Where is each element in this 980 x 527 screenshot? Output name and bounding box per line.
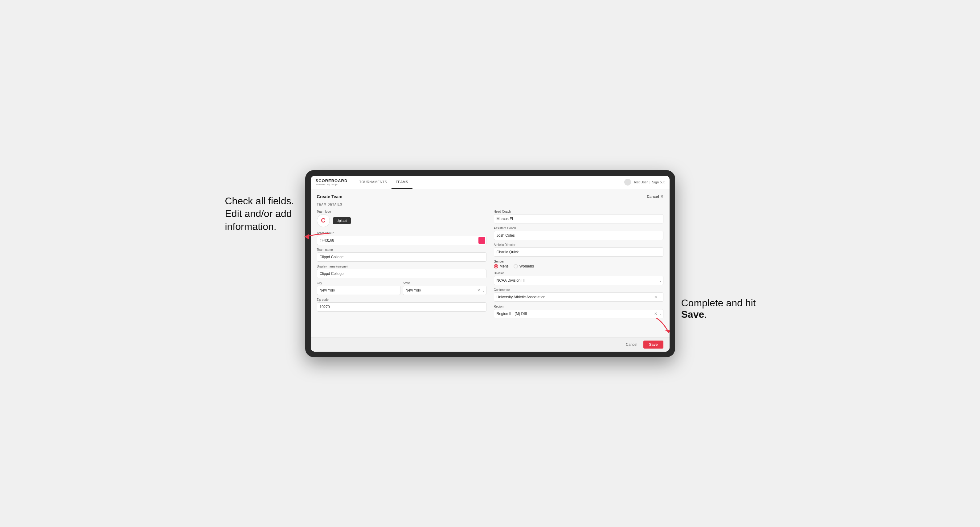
footer-cancel-button[interactable]: Cancel	[623, 341, 640, 349]
svg-marker-1	[665, 330, 670, 333]
division-field: Division NCAA Division III ⌄	[494, 271, 663, 285]
team-colour-label: Team colour	[317, 232, 487, 235]
app-header: SCOREBOARD Powered by clippd TOURNAMENTS…	[311, 176, 670, 189]
region-label: Region	[494, 305, 663, 308]
team-name-input[interactable]	[317, 252, 487, 262]
gender-womens-radio[interactable]	[514, 264, 518, 268]
assistant-coach-label: Assistant Coach	[494, 227, 663, 230]
cancel-x-link[interactable]: Cancel ✕	[647, 194, 663, 199]
sign-out-link[interactable]: Sign out	[652, 180, 664, 184]
team-logo-area: C Upload	[317, 214, 487, 227]
display-name-label: Display name (unique)	[317, 265, 487, 268]
header-right: Test User | Sign out	[624, 179, 665, 186]
head-coach-field: Head Coach	[494, 210, 663, 224]
form-left: Team logo C Upload Team colour	[317, 210, 487, 318]
tab-teams[interactable]: TEAMS	[391, 176, 412, 189]
team-logo-field: Team logo C Upload	[317, 210, 487, 229]
display-name-input[interactable]	[317, 269, 487, 278]
main-nav: TOURNAMENTS TEAMS	[355, 176, 412, 189]
assistant-coach-field: Assistant Coach	[494, 227, 663, 240]
logo-circle: C	[317, 214, 330, 227]
conference-clear-icon[interactable]: ✕	[654, 295, 657, 299]
gender-womens-option[interactable]: Womens	[514, 264, 534, 268]
state-clear-icon[interactable]: ✕	[477, 288, 480, 292]
form-right: Head Coach Assistant Coach Athletic Dire…	[494, 210, 663, 318]
gender-mens-radio[interactable]	[494, 264, 498, 268]
team-name-field: Team name	[317, 248, 487, 262]
athletic-director-label: Athletic Director	[494, 243, 663, 246]
conference-dropdown-wrap: University Athletic Association ✕ ⌄	[494, 292, 663, 302]
conference-select[interactable]: University Athletic Association	[494, 292, 663, 302]
gender-row: Mens Womens	[494, 264, 663, 268]
display-name-field: Display name (unique)	[317, 265, 487, 278]
city-field: City	[317, 281, 401, 295]
city-input[interactable]	[317, 286, 401, 295]
zip-field: Zip code	[317, 298, 487, 311]
tablet-screen: SCOREBOARD Powered by clippd TOURNAMENTS…	[311, 176, 670, 352]
section-label: TEAM DETAILS	[317, 203, 663, 206]
svg-marker-0	[304, 234, 309, 239]
state-label: State	[403, 281, 487, 285]
form-footer: Cancel Save	[311, 337, 670, 352]
team-name-label: Team name	[317, 248, 487, 251]
region-clear-icon[interactable]: ✕	[654, 311, 657, 316]
state-select-wrap: New York ✕ ⌄	[403, 286, 487, 295]
user-name: Test User |	[633, 180, 649, 184]
athletic-director-input[interactable]	[494, 248, 663, 257]
main-content: Create Team Cancel ✕ TEAM DETAILS Team l…	[311, 189, 670, 337]
state-select[interactable]: New York	[403, 286, 487, 295]
region-field: Region Region II - (M) DIII ✕ ⌄	[494, 305, 663, 318]
region-dropdown-wrap: Region II - (M) DIII ✕ ⌄	[494, 309, 663, 318]
logo-subtitle: Powered by clippd	[316, 183, 348, 186]
state-field: State New York ✕ ⌄	[403, 281, 487, 295]
user-avatar	[624, 179, 631, 186]
logo-area: SCOREBOARD Powered by clippd	[316, 178, 348, 186]
city-state-row: City State New York ✕	[317, 281, 487, 295]
athletic-director-field: Athletic Director	[494, 243, 663, 257]
tablet-frame: SCOREBOARD Powered by clippd TOURNAMENTS…	[305, 170, 675, 357]
gender-mens-option[interactable]: Mens	[494, 264, 509, 268]
conference-field: Conference University Athletic Associati…	[494, 288, 663, 302]
division-label: Division	[494, 271, 663, 275]
upload-button[interactable]: Upload	[333, 217, 351, 224]
head-coach-label: Head Coach	[494, 210, 663, 213]
gender-field: Gender Mens Womens	[494, 260, 663, 268]
annotation-left: Check all fields. Edit and/or add inform…	[225, 195, 299, 233]
region-select[interactable]: Region II - (M) DIII	[494, 309, 663, 318]
conference-label: Conference	[494, 288, 663, 292]
city-label: City	[317, 281, 401, 285]
division-dropdown-wrap: NCAA Division III ⌄	[494, 276, 663, 285]
team-colour-field: Team colour	[317, 232, 487, 245]
create-team-title: Create Team	[317, 194, 342, 199]
team-logo-label: Team logo	[317, 210, 487, 213]
division-select[interactable]: NCAA Division III	[494, 276, 663, 285]
page-title-row: Create Team Cancel ✕	[317, 194, 663, 199]
color-swatch[interactable]	[479, 237, 485, 244]
footer-save-button[interactable]: Save	[643, 341, 663, 349]
city-state-field: City State New York ✕	[317, 281, 487, 295]
tab-tournaments[interactable]: TOURNAMENTS	[355, 176, 391, 189]
team-colour-input[interactable]	[317, 236, 487, 245]
annotation-right: Complete and hit Save.	[681, 297, 761, 320]
color-input-wrap	[317, 236, 487, 245]
app-logo: SCOREBOARD	[316, 178, 348, 183]
zip-input[interactable]	[317, 302, 487, 311]
form-grid: Team logo C Upload Team colour	[317, 210, 663, 318]
assistant-coach-input[interactable]	[494, 231, 663, 240]
head-coach-input[interactable]	[494, 214, 663, 224]
gender-label: Gender	[494, 260, 663, 263]
zip-label: Zip code	[317, 298, 487, 302]
